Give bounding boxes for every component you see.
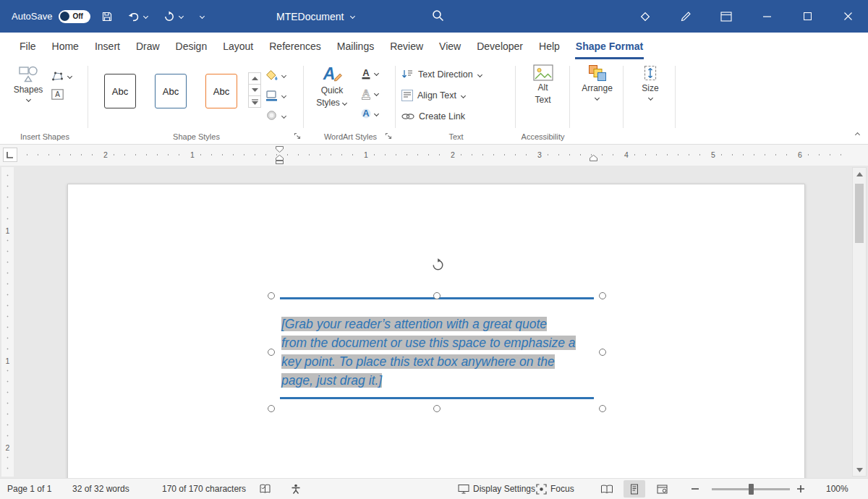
tab-label: Insert: [95, 40, 120, 52]
resize-handle-top-left[interactable]: [268, 292, 275, 299]
search-button[interactable]: [432, 9, 444, 22]
wordart-styles-dialog-launcher[interactable]: [383, 131, 393, 141]
coach-button[interactable]: [625, 0, 665, 33]
vertical-ruler[interactable]: 112: [1, 167, 14, 477]
resize-handle-top-center[interactable]: [433, 292, 441, 299]
text-effects-button[interactable]: A: [360, 107, 380, 121]
tab-references[interactable]: References: [261, 33, 329, 59]
minimize-button[interactable]: [746, 0, 787, 33]
tab-developer[interactable]: Developer: [469, 33, 531, 59]
tab-stop-selector[interactable]: [3, 148, 17, 162]
word-count[interactable]: 32 of 32 words: [72, 479, 129, 499]
customize-quick-access-button[interactable]: [195, 11, 209, 22]
character-count[interactable]: 170 of 170 characters: [162, 479, 246, 499]
collapse-ribbon-button[interactable]: [852, 124, 862, 140]
minimize-icon: [763, 16, 771, 17]
tab-draw[interactable]: Draw: [128, 33, 168, 59]
group-label: Text: [397, 132, 515, 141]
scroll-up-button[interactable]: [853, 168, 866, 180]
gallery-more-button[interactable]: [248, 95, 261, 108]
align-text-button[interactable]: Align Text: [401, 86, 467, 105]
resize-handle-middle-left[interactable]: [268, 349, 275, 356]
scroll-down-button[interactable]: [853, 464, 866, 476]
tab-shape-format[interactable]: Shape Format: [568, 33, 651, 59]
zoom-slider-thumb[interactable]: [749, 484, 754, 495]
tab-layout[interactable]: Layout: [215, 33, 261, 59]
rotate-handle[interactable]: [431, 258, 445, 272]
tab-home[interactable]: Home: [44, 33, 87, 59]
shapes-button[interactable]: Shapes: [10, 64, 46, 102]
hanging-indent-marker[interactable]: [276, 155, 284, 164]
quick-styles-button[interactable]: A Quick Styles: [312, 64, 352, 108]
resize-handle-bottom-left[interactable]: [268, 405, 275, 412]
tab-label: View: [439, 40, 461, 52]
right-indent-marker[interactable]: [590, 155, 597, 161]
resize-handle-bottom-center[interactable]: [433, 405, 441, 412]
proofing-status-button[interactable]: [259, 479, 271, 499]
tab-insert[interactable]: Insert: [87, 33, 128, 59]
zoom-percentage[interactable]: 100%: [826, 479, 848, 499]
shape-style-preset-1[interactable]: Abc: [104, 74, 136, 108]
tab-mailings[interactable]: Mailings: [329, 33, 382, 59]
search-icon: [432, 9, 444, 22]
accessibility-status-button[interactable]: [291, 479, 301, 499]
shape-style-preset-3[interactable]: Abc: [205, 74, 237, 108]
undo-button[interactable]: [124, 7, 153, 25]
first-line-indent-marker[interactable]: [276, 146, 284, 153]
autosave-toggle[interactable]: Off: [59, 10, 90, 23]
ribbon-display-options-button[interactable]: [706, 0, 746, 33]
resize-handle-middle-right[interactable]: [599, 349, 606, 356]
shape-outline-button[interactable]: [265, 87, 286, 104]
shape-style-preset-2[interactable]: Abc: [155, 74, 187, 108]
tab-view[interactable]: View: [431, 33, 469, 59]
tab-design[interactable]: Design: [168, 33, 216, 59]
zoom-slider[interactable]: [712, 488, 790, 490]
document-title-button[interactable]: MTEDocument: [276, 0, 355, 33]
selected-text: [Grab your reader’s attention with a gre…: [281, 317, 547, 331]
horizontal-ruler[interactable]: 21123456: [19, 148, 848, 161]
group-separator: [515, 66, 516, 128]
maximize-button[interactable]: [787, 0, 827, 33]
arrange-button[interactable]: Arrange: [578, 64, 616, 101]
zoom-in-button[interactable]: [797, 479, 804, 499]
vertical-scrollbar[interactable]: [852, 167, 867, 477]
print-layout-button[interactable]: [624, 480, 645, 498]
resize-handle-bottom-right[interactable]: [599, 405, 606, 412]
scrollbar-thumb[interactable]: [855, 184, 864, 243]
create-link-button[interactable]: Create Link: [401, 107, 465, 126]
focus-label: Focus: [550, 484, 574, 494]
focus-button[interactable]: Focus: [536, 479, 574, 499]
pen-tools-button[interactable]: [665, 0, 706, 33]
edit-shape-button[interactable]: [51, 69, 73, 82]
group-separator: [303, 66, 304, 128]
gallery-scroll-down-button[interactable]: [248, 84, 261, 96]
shape-fill-button[interactable]: [265, 67, 286, 84]
shape-effects-button[interactable]: [265, 107, 286, 124]
save-button[interactable]: [97, 7, 117, 26]
tab-file[interactable]: File: [12, 33, 44, 59]
redo-button[interactable]: [159, 7, 188, 26]
alt-text-button[interactable]: Alt Text: [527, 64, 559, 106]
text-outline-button[interactable]: A: [360, 87, 380, 101]
resize-handle-top-right[interactable]: [599, 292, 606, 299]
tab-review[interactable]: Review: [382, 33, 431, 59]
read-mode-button[interactable]: [596, 480, 618, 498]
shape-effects-icon: [265, 110, 278, 121]
text-fill-button[interactable]: A: [360, 67, 380, 80]
size-button[interactable]: Size: [635, 64, 665, 101]
save-icon: [101, 11, 113, 22]
shape-fill-icon: [265, 69, 278, 81]
gallery-scroll-up-button[interactable]: [248, 72, 261, 85]
chevron-down-icon: [373, 72, 379, 76]
web-layout-button[interactable]: [651, 480, 673, 498]
display-settings-button[interactable]: Display Settings: [458, 479, 535, 499]
autosave-state: Off: [72, 12, 82, 20]
text-direction-button[interactable]: Text Direction: [401, 65, 483, 84]
textbox-text[interactable]: [Grab your reader’s attention with a gre…: [281, 315, 605, 390]
tab-help[interactable]: Help: [531, 33, 568, 59]
close-button[interactable]: [827, 0, 868, 33]
zoom-out-button[interactable]: [692, 479, 699, 499]
shape-styles-dialog-launcher[interactable]: [292, 131, 302, 141]
page-indicator[interactable]: Page 1 of 1: [7, 479, 51, 499]
draw-text-box-button[interactable]: A: [51, 88, 64, 101]
